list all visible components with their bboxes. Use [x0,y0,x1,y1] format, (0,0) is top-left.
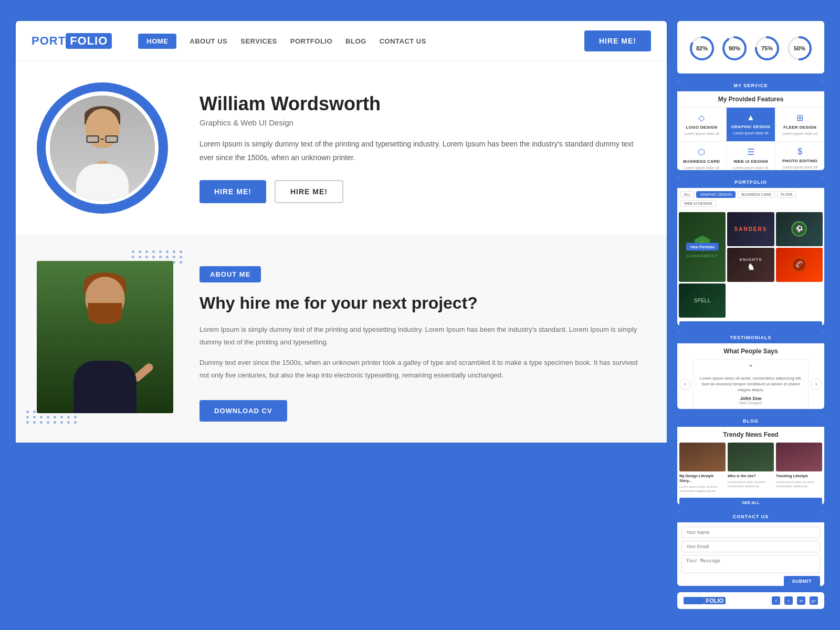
football-logo: 🏈 [776,248,823,282]
dot [145,250,148,253]
dot [152,250,155,253]
hire-me-primary-button[interactable]: HIRE ME! [200,180,266,203]
filter-all[interactable]: ALL [680,191,694,198]
dot [74,421,77,424]
service-name: WEB UI DESIGN [730,159,772,164]
blog-grid: My Design Lifestyle Story... Lorem ipsum… [677,440,824,496]
nav-item-about[interactable]: ABOUT US [190,37,227,45]
about-heading: Why hire me for your next project? [200,293,646,313]
sanders-logo: SANDERS [727,212,774,246]
service-name: PHOTO EDITING [779,159,821,163]
blog-see-all-button[interactable]: SEE ALL [679,498,822,505]
filter-graphic-design[interactable]: GRAPHIC DESIGN [696,191,736,198]
nav-item-blog[interactable]: BLOG [345,37,366,45]
contact-message-input[interactable] [681,555,820,573]
dot [40,416,43,418]
filter-web-ui[interactable]: WEB UI DESIGN [680,200,716,207]
dot [139,250,141,253]
filter-flyer[interactable]: FLYER [777,191,796,198]
blog-thumb-1 [679,443,726,471]
dot [33,421,36,424]
circle-text-75: 75% [761,45,773,51]
dot [26,416,29,418]
linkedin-icon[interactable]: in [797,596,805,605]
about-me-badge: ABOUT ME [200,266,261,282]
portfolio-see-all-button[interactable]: SEE ALL [679,321,822,326]
service-photo-editing: $ PHOTO EDITING Lorem ipsum dolor sit [775,142,824,170]
service-name: GRAPHIC DESIGN [730,124,772,129]
skills-circles: 82% 90% [686,29,816,67]
testimonials-header: TESTIMONIALS [677,332,824,343]
portfolio-item-sanders[interactable]: SANDERS [727,212,774,246]
testimonial-text: Lorem ipsum dolor sit amet, consectetur … [698,375,804,393]
testimonial-next-button[interactable]: › [811,379,822,390]
hero-section: William Wordsworth Graphics & Web UI Des… [16,61,667,235]
contact-name-input[interactable] [681,527,820,538]
portfolio-item-football[interactable]: 🏈 [776,248,823,282]
glass-left [87,135,99,143]
dot [173,256,175,258]
download-cv-button[interactable]: DOWNLOAD CV [200,400,287,422]
googleplus-icon[interactable]: g+ [810,596,818,605]
view-portfolio-button[interactable]: View Portfolio [686,243,719,251]
nav-item-portfolio[interactable]: PORTFOLIO [290,37,332,45]
dot [180,261,182,264]
dot [67,421,70,424]
blog-item-2: Who is the she? Lorem ipsum dolor sit am… [728,443,774,494]
contact-email-input[interactable] [681,541,820,552]
man-face [85,109,119,148]
circle-container: 50% [786,35,813,62]
twitter-icon[interactable]: t [784,596,793,605]
skill-circle-50: 50% [786,35,813,62]
portfolio-item-cannawest[interactable]: 🌿 CANNAWEST View Portfolio [679,212,726,282]
man-glasses [87,136,118,142]
hire-me-nav-button[interactable]: HIRE ME! [584,30,651,51]
facebook-icon[interactable]: f [772,596,780,605]
filter-business-card[interactable]: BUSINESS CARD [738,191,775,198]
service-name: BUSINESS CARD [680,159,723,164]
blog-title: Trendy News Feed [677,427,824,440]
avatar-illustration [50,96,155,201]
logo-port: PORT [32,34,66,48]
service-logo-design: ◇ LOGO DESIGN Lorem ipsum dolor sit [677,108,726,141]
hero-title: Graphics & Web UI Design [200,118,635,127]
service-desc: Lorem ipsum dolor sit [730,131,772,135]
hero-name: William Wordsworth [200,93,635,115]
portfolio-item-dark[interactable]: SPELL [679,284,726,318]
contact-submit-button[interactable]: SUBMIT [784,576,821,586]
man2-illustration [37,261,173,413]
dot [132,250,134,253]
avatar-inner-circle [46,91,159,204]
dot [180,250,182,253]
dot [26,411,29,413]
blog-title-3: Traveling Lifestyle [776,474,822,478]
dot [26,421,29,424]
portfolio-item-knights[interactable]: KNIGHTS ♞ [727,248,774,282]
circle-container: 75% [753,35,781,62]
nav-links: HOME ABOUT US SERVICES PORTFOLIO BLOG CO… [138,34,569,49]
contact-form: SUBMIT [677,522,824,586]
hero-description: Lorem Ipsum is simply dummy text of the … [200,138,635,164]
portfolio-filters: ALL GRAPHIC DESIGN BUSINESS CARD FLYER W… [677,188,824,211]
hire-me-secondary-button[interactable]: HIRE ME! [275,180,343,203]
dot [54,416,56,418]
dot [166,250,169,253]
circle-container: 90% [721,35,748,62]
nav-item-services[interactable]: SERVICES [240,37,277,45]
blog-thumb-2 [728,443,774,471]
nav-item-home[interactable]: HOME [138,34,176,49]
testimonial-prev-button[interactable]: ‹ [679,379,691,390]
blog-title-1: My Design Lifestyle Story... [679,474,726,483]
flyer-design-icon: ⊞ [779,113,821,123]
portfolio-item-soccer[interactable]: ⚽ [776,212,823,246]
dot [180,256,182,258]
dot [74,416,77,418]
knights-logo: KNIGHTS ♞ [727,248,774,282]
man2-beard [88,303,122,324]
nav-item-contact[interactable]: CONTACT US [380,37,426,45]
skill-circle-82: 82% [688,35,716,62]
testimonial-role: Web Designer [698,401,804,405]
service-desc: Lorem ipsum dolor sit [779,165,821,170]
dot [33,416,36,418]
services-grid: ◇ LOGO DESIGN Lorem ipsum dolor sit ▲ GR… [677,108,824,170]
